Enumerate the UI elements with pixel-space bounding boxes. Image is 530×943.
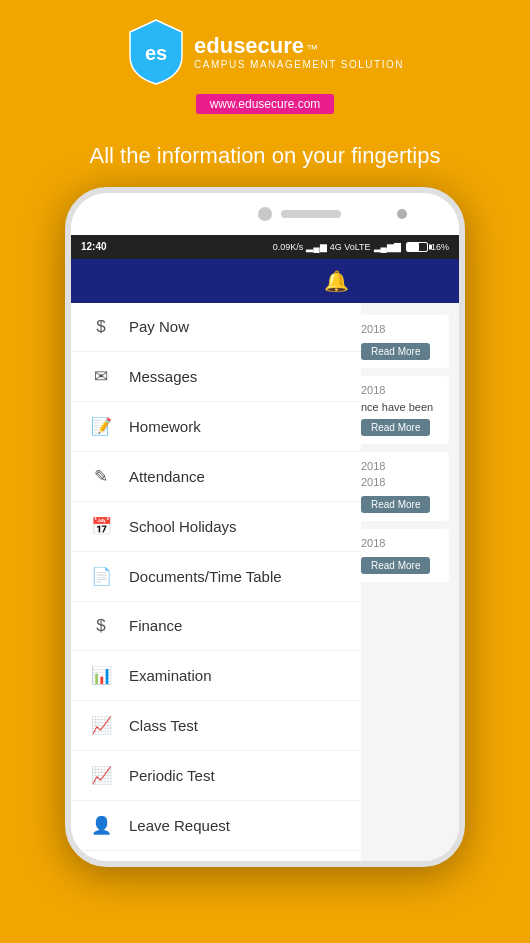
homework-icon: 📝 [89, 416, 113, 437]
attendance-icon: ✎ [89, 466, 113, 487]
bell-icon[interactable]: 🔔 [324, 269, 349, 293]
shield-logo: es [126, 18, 186, 86]
menu-label-school-holidays: School Holidays [129, 518, 237, 535]
tagline: CAMPUS MANAGEMENT SOLUTION [194, 59, 404, 70]
notification-card-1: 2018 Read More [351, 315, 449, 368]
battery-percentage: 16% [431, 242, 449, 252]
notif-date-1: 2018 [361, 323, 439, 335]
phone-mockup: 12:40 0.09K/s ▂▄▆ 4G VoLTE ▂▄▆▇ 16% [65, 187, 465, 867]
brand-name: edusecure [194, 35, 304, 57]
notif-date-3: 2018 [361, 460, 439, 472]
menu-item-examination[interactable]: 📊 Examination [71, 651, 361, 701]
menu-item-leave-request[interactable]: 👤 Leave Request [71, 801, 361, 851]
notification-card-2: 2018 nce have been Read More [351, 376, 449, 444]
dollar-icon: $ [89, 317, 113, 337]
phone-top [71, 193, 459, 235]
notification-card-3: 2018 2018 Read More [351, 452, 449, 521]
read-more-btn-3[interactable]: Read More [361, 496, 430, 513]
periodic-test-icon: 📈 [89, 765, 113, 786]
notif-date-2: 2018 [361, 384, 439, 396]
menu-label-homework: Homework [129, 418, 201, 435]
messages-icon: ✉ [89, 366, 113, 387]
menu-label-finance: Finance [129, 617, 182, 634]
menu-label-class-test: Class Test [129, 717, 198, 734]
menu-item-pay-now[interactable]: $ Pay Now [71, 303, 361, 352]
notif-text-2: nce have been [361, 400, 439, 415]
signal-bars-2: ▂▄▆▇ [374, 242, 401, 252]
drawer-header: 🔔 [71, 259, 361, 303]
examination-icon: 📊 [89, 665, 113, 686]
menu-item-gallery[interactable]: 🖼 Gallery [71, 851, 361, 861]
notif-date-3b: 2018 [361, 476, 439, 488]
menu-label-leave-request: Leave Request [129, 817, 230, 834]
menu-label-periodic-test: Periodic Test [129, 767, 215, 784]
read-more-btn-2[interactable]: Read More [361, 419, 430, 436]
finance-icon: $ [89, 616, 113, 636]
menu-item-periodic-test[interactable]: 📈 Periodic Test [71, 751, 361, 801]
menu-label-pay-now: Pay Now [129, 318, 189, 335]
menu-item-attendance[interactable]: ✎ Attendance [71, 452, 361, 502]
notification-card-4: 2018 Read More [351, 529, 449, 582]
menu-item-class-test[interactable]: 📈 Class Test [71, 701, 361, 751]
menu-item-school-holidays[interactable]: 📅 School Holidays [71, 502, 361, 552]
menu-label-examination: Examination [129, 667, 212, 684]
class-test-icon: 📈 [89, 715, 113, 736]
calendar-icon: 📅 [89, 516, 113, 537]
read-more-btn-4[interactable]: Read More [361, 557, 430, 574]
status-bar: 12:40 0.09K/s ▂▄▆ 4G VoLTE ▂▄▆▇ 16% [71, 235, 459, 259]
logo-text-block: edusecure ™ CAMPUS MANAGEMENT SOLUTION [194, 35, 404, 70]
network-type: 4G VoLTE [330, 242, 371, 252]
speaker [281, 210, 341, 218]
camera-dot [258, 207, 272, 221]
website-url[interactable]: www.edusecure.com [196, 94, 335, 114]
battery-indicator [406, 242, 428, 252]
menu-item-finance[interactable]: $ Finance [71, 602, 361, 651]
document-icon: 📄 [89, 566, 113, 587]
battery-fill [407, 243, 419, 251]
leave-icon: 👤 [89, 815, 113, 836]
read-more-btn-1[interactable]: Read More [361, 343, 430, 360]
menu-label-messages: Messages [129, 368, 197, 385]
menu-item-documents[interactable]: 📄 Documents/Time Table [71, 552, 361, 602]
side-drawer: 🔔 $ Pay Now ✉ Messages 📝 Homework ✎ [71, 259, 361, 861]
svg-text:es: es [145, 42, 167, 64]
signal-bars: ▂▄▆ [306, 242, 326, 252]
app-header: es edusecure ™ CAMPUS MANAGEMENT SOLUTIO… [0, 0, 530, 124]
status-right: 0.09K/s ▂▄▆ 4G VoLTE ▂▄▆▇ 16% [273, 242, 449, 252]
front-camera [397, 209, 407, 219]
menu-item-homework[interactable]: 📝 Homework [71, 402, 361, 452]
phone-wrapper: 12:40 0.09K/s ▂▄▆ 4G VoLTE ▂▄▆▇ 16% [0, 187, 530, 867]
trademark: ™ [306, 42, 318, 56]
menu-label-documents: Documents/Time Table [129, 568, 282, 585]
hero-tagline: All the information on your fingertips [0, 142, 530, 171]
phone-screen: 2018 Read More 2018 nce have been Read M… [71, 259, 459, 861]
battery-tip [429, 244, 432, 249]
menu-label-attendance: Attendance [129, 468, 205, 485]
network-speed: 0.09K/s [273, 242, 304, 252]
status-time: 12:40 [81, 241, 107, 252]
logo-row: es edusecure ™ CAMPUS MANAGEMENT SOLUTIO… [126, 18, 404, 86]
menu-item-messages[interactable]: ✉ Messages [71, 352, 361, 402]
notif-date-4: 2018 [361, 537, 439, 549]
